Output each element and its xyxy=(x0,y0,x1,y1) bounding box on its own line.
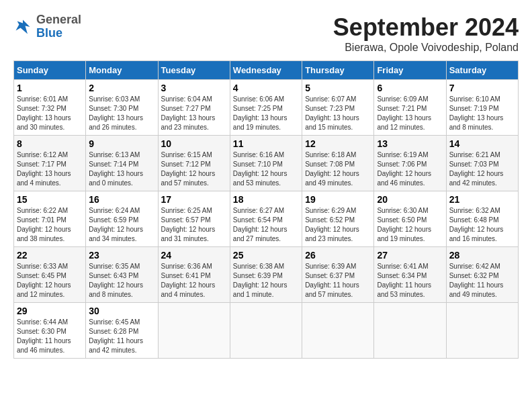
calendar-cell: 30Sunrise: 6:45 AMSunset: 6:28 PMDayligh… xyxy=(86,303,158,359)
day-info: Sunrise: 6:13 AMSunset: 7:14 PMDaylight:… xyxy=(89,150,154,188)
calendar-cell: 6Sunrise: 6:09 AMSunset: 7:21 PMDaylight… xyxy=(374,80,446,136)
day-of-week-header: Tuesday xyxy=(158,61,230,80)
calendar-week-row: 22Sunrise: 6:33 AMSunset: 6:45 PMDayligh… xyxy=(14,247,519,303)
day-info: Sunrise: 6:12 AMSunset: 7:17 PMDaylight:… xyxy=(17,150,83,188)
logo: General Blue xyxy=(13,13,81,40)
calendar-cell: 29Sunrise: 6:44 AMSunset: 6:30 PMDayligh… xyxy=(14,303,86,359)
calendar-cell: 27Sunrise: 6:41 AMSunset: 6:34 PMDayligh… xyxy=(374,247,446,303)
day-number: 15 xyxy=(17,194,83,205)
day-info: Sunrise: 6:25 AMSunset: 6:57 PMDaylight:… xyxy=(161,206,227,244)
day-number: 26 xyxy=(305,250,371,261)
calendar-cell: 17Sunrise: 6:25 AMSunset: 6:57 PMDayligh… xyxy=(158,191,230,247)
day-number: 21 xyxy=(449,194,515,205)
calendar-week-row: 8Sunrise: 6:12 AMSunset: 7:17 PMDaylight… xyxy=(14,136,519,191)
day-number: 6 xyxy=(377,83,443,93)
day-number: 20 xyxy=(377,194,443,205)
calendar-cell: 23Sunrise: 6:35 AMSunset: 6:43 PMDayligh… xyxy=(86,247,158,303)
day-info: Sunrise: 6:38 AMSunset: 6:39 PMDaylight:… xyxy=(233,262,299,300)
day-number: 12 xyxy=(305,138,371,149)
day-info: Sunrise: 6:01 AMSunset: 7:32 PMDaylight:… xyxy=(17,95,83,132)
calendar-cell xyxy=(158,303,230,359)
calendar-cell: 2Sunrise: 6:03 AMSunset: 7:30 PMDaylight… xyxy=(86,80,158,136)
day-info: Sunrise: 6:19 AMSunset: 7:06 PMDaylight:… xyxy=(377,150,443,188)
day-info: Sunrise: 6:44 AMSunset: 6:30 PMDaylight:… xyxy=(17,318,83,355)
day-info: Sunrise: 6:39 AMSunset: 6:37 PMDaylight:… xyxy=(305,262,371,300)
calendar-cell: 25Sunrise: 6:38 AMSunset: 6:39 PMDayligh… xyxy=(230,247,302,303)
calendar-week-row: 1Sunrise: 6:01 AMSunset: 7:32 PMDaylight… xyxy=(14,80,519,136)
calendar-cell: 21Sunrise: 6:32 AMSunset: 6:48 PMDayligh… xyxy=(446,191,518,247)
calendar-cell: 15Sunrise: 6:22 AMSunset: 7:01 PMDayligh… xyxy=(14,191,86,247)
day-info: Sunrise: 6:10 AMSunset: 7:19 PMDaylight:… xyxy=(449,95,515,132)
day-info: Sunrise: 6:42 AMSunset: 6:32 PMDaylight:… xyxy=(449,262,515,300)
calendar-cell: 18Sunrise: 6:27 AMSunset: 6:54 PMDayligh… xyxy=(230,191,302,247)
calendar-cell: 16Sunrise: 6:24 AMSunset: 6:59 PMDayligh… xyxy=(86,191,158,247)
calendar-cell xyxy=(302,303,374,359)
day-info: Sunrise: 6:30 AMSunset: 6:50 PMDaylight:… xyxy=(377,206,443,244)
day-number: 9 xyxy=(89,138,154,149)
day-info: Sunrise: 6:41 AMSunset: 6:34 PMDaylight:… xyxy=(377,262,443,300)
day-number: 2 xyxy=(89,83,154,93)
logo-text: General Blue xyxy=(36,13,81,40)
calendar-cell xyxy=(230,303,302,359)
day-number: 27 xyxy=(377,250,443,261)
logo-icon xyxy=(13,17,32,36)
day-number: 28 xyxy=(449,250,515,261)
title-area: September 2024 Bierawa, Opole Voivodeshi… xyxy=(333,13,519,54)
calendar-cell: 20Sunrise: 6:30 AMSunset: 6:50 PMDayligh… xyxy=(374,191,446,247)
calendar-cell: 9Sunrise: 6:13 AMSunset: 7:14 PMDaylight… xyxy=(86,136,158,191)
day-number: 18 xyxy=(233,194,299,205)
day-info: Sunrise: 6:33 AMSunset: 6:45 PMDaylight:… xyxy=(17,262,83,300)
logo-blue: Blue xyxy=(36,27,81,40)
svg-marker-0 xyxy=(16,19,30,34)
day-info: Sunrise: 6:35 AMSunset: 6:43 PMDaylight:… xyxy=(89,262,154,300)
day-info: Sunrise: 6:45 AMSunset: 6:28 PMDaylight:… xyxy=(89,318,154,355)
day-of-week-header: Wednesday xyxy=(230,61,302,80)
day-number: 16 xyxy=(89,194,154,205)
calendar-cell xyxy=(446,303,518,359)
day-number: 5 xyxy=(305,83,371,93)
calendar-table: SundayMondayTuesdayWednesdayThursdayFrid… xyxy=(13,60,519,359)
location: Bierawa, Opole Voivodeship, Poland xyxy=(333,42,519,54)
calendar-cell: 11Sunrise: 6:16 AMSunset: 7:10 PMDayligh… xyxy=(230,136,302,191)
calendar-cell: 26Sunrise: 6:39 AMSunset: 6:37 PMDayligh… xyxy=(302,247,374,303)
day-number: 19 xyxy=(305,194,371,205)
day-info: Sunrise: 6:09 AMSunset: 7:21 PMDaylight:… xyxy=(377,95,443,132)
calendar-cell: 28Sunrise: 6:42 AMSunset: 6:32 PMDayligh… xyxy=(446,247,518,303)
day-number: 8 xyxy=(17,138,83,149)
day-info: Sunrise: 6:15 AMSunset: 7:12 PMDaylight:… xyxy=(161,150,227,188)
day-number: 14 xyxy=(449,138,515,149)
day-number: 11 xyxy=(233,138,299,149)
calendar-cell: 3Sunrise: 6:04 AMSunset: 7:27 PMDaylight… xyxy=(158,80,230,136)
day-of-week-header: Monday xyxy=(86,61,158,80)
day-info: Sunrise: 6:03 AMSunset: 7:30 PMDaylight:… xyxy=(89,95,154,132)
calendar-cell: 5Sunrise: 6:07 AMSunset: 7:23 PMDaylight… xyxy=(302,80,374,136)
day-number: 17 xyxy=(161,194,227,205)
day-info: Sunrise: 6:27 AMSunset: 6:54 PMDaylight:… xyxy=(233,206,299,244)
calendar-cell: 24Sunrise: 6:36 AMSunset: 6:41 PMDayligh… xyxy=(158,247,230,303)
day-info: Sunrise: 6:32 AMSunset: 6:48 PMDaylight:… xyxy=(449,206,515,244)
calendar-cell: 1Sunrise: 6:01 AMSunset: 7:32 PMDaylight… xyxy=(14,80,86,136)
calendar-cell: 4Sunrise: 6:06 AMSunset: 7:25 PMDaylight… xyxy=(230,80,302,136)
calendar-week-row: 15Sunrise: 6:22 AMSunset: 7:01 PMDayligh… xyxy=(14,191,519,247)
day-number: 30 xyxy=(89,306,154,316)
day-of-week-header: Friday xyxy=(374,61,446,80)
day-number: 13 xyxy=(377,138,443,149)
day-of-week-header: Thursday xyxy=(302,61,374,80)
calendar-cell: 19Sunrise: 6:29 AMSunset: 6:52 PMDayligh… xyxy=(302,191,374,247)
calendar-cell: 14Sunrise: 6:21 AMSunset: 7:03 PMDayligh… xyxy=(446,136,518,191)
day-number: 25 xyxy=(233,250,299,261)
day-info: Sunrise: 6:22 AMSunset: 7:01 PMDaylight:… xyxy=(17,206,83,244)
day-of-week-header: Sunday xyxy=(14,61,86,80)
day-info: Sunrise: 6:18 AMSunset: 7:08 PMDaylight:… xyxy=(305,150,371,188)
page-header: General Blue September 2024 Bierawa, Opo… xyxy=(13,13,519,54)
calendar-cell: 8Sunrise: 6:12 AMSunset: 7:17 PMDaylight… xyxy=(14,136,86,191)
calendar-cell: 7Sunrise: 6:10 AMSunset: 7:19 PMDaylight… xyxy=(446,80,518,136)
day-number: 7 xyxy=(449,83,515,93)
day-number: 22 xyxy=(17,250,83,261)
calendar-week-row: 29Sunrise: 6:44 AMSunset: 6:30 PMDayligh… xyxy=(14,303,519,359)
day-info: Sunrise: 6:21 AMSunset: 7:03 PMDaylight:… xyxy=(449,150,515,188)
day-info: Sunrise: 6:36 AMSunset: 6:41 PMDaylight:… xyxy=(161,262,227,300)
calendar-header-row: SundayMondayTuesdayWednesdayThursdayFrid… xyxy=(14,61,519,80)
day-number: 4 xyxy=(233,83,299,93)
calendar-cell: 12Sunrise: 6:18 AMSunset: 7:08 PMDayligh… xyxy=(302,136,374,191)
